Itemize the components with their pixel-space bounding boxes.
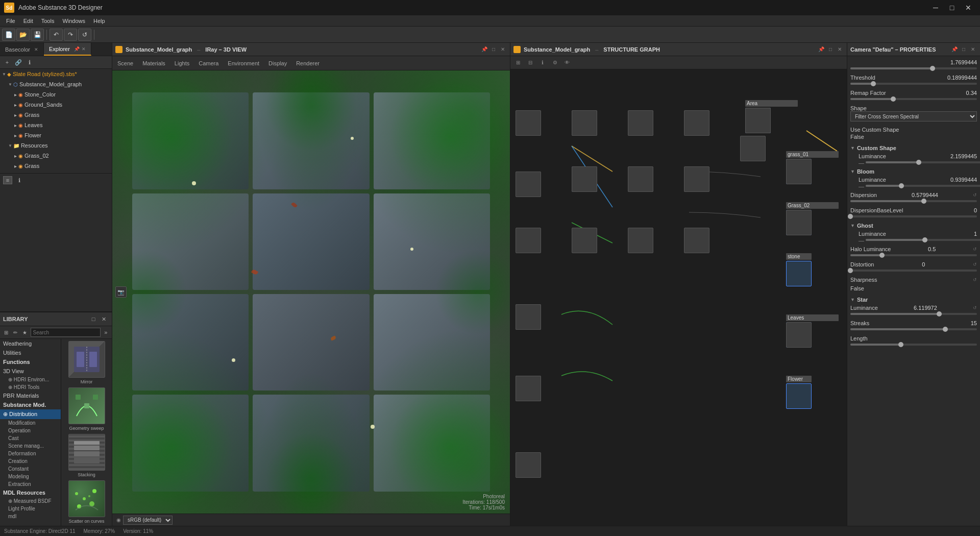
explorer-bottom-add[interactable]: ≡ [3, 176, 12, 184]
lib-cat-3dview[interactable]: 3D View [0, 367, 61, 376]
graph-viewport[interactable]: Area grass_01 [510, 69, 847, 526]
tree-item-leaves[interactable]: ▸ ◉ Leaves [0, 120, 112, 130]
disp-base-thumb[interactable] [848, 214, 853, 219]
mini-node-40[interactable] [684, 228, 709, 253]
menu-windows[interactable]: Windows [58, 17, 89, 25]
graph-tool-fit[interactable]: ⊞ [512, 58, 524, 68]
streaks-thumb[interactable] [943, 327, 948, 332]
close-button[interactable]: ✕ [961, 3, 976, 13]
view-renderer-btn[interactable]: Renderer [293, 59, 323, 67]
lib-item-scatter[interactable]: Scatter on curves [66, 480, 107, 524]
graph-tool-settings[interactable]: ⚙ [549, 58, 560, 68]
tab-explorer[interactable]: Explorer 📌 ✕ [44, 43, 91, 56]
streaks-track[interactable] [850, 328, 977, 330]
view-materials-btn[interactable]: Materials [139, 59, 168, 67]
lib-item-stacking[interactable]: Stacking [66, 434, 107, 477]
disp-base-track[interactable] [850, 215, 977, 217]
graph-tool-info[interactable]: ℹ [537, 58, 548, 68]
dispersion-track[interactable] [850, 200, 977, 202]
lib-cat-submod[interactable]: Substance Mod. [0, 400, 61, 409]
star-lum-track[interactable] [850, 313, 977, 315]
section-custom-shape[interactable]: ▼ Custom Shape [850, 145, 977, 151]
library-close-btn[interactable]: ✕ [99, 314, 109, 324]
lib-sub-deformation[interactable]: Deformation [0, 450, 61, 457]
new-button[interactable]: 📄 [2, 29, 15, 41]
lib-cat-weathering[interactable]: Weathering [0, 339, 61, 348]
leaves-main-node-2[interactable] [786, 322, 812, 348]
tree-item-graph[interactable]: ▼ ⬡ Substance_Model_graph [0, 79, 112, 89]
length-track[interactable] [850, 344, 977, 346]
mini-node-34[interactable] [684, 110, 709, 136]
mini-node-18[interactable] [572, 166, 597, 192]
lib-sub-modification[interactable]: Modification [0, 419, 61, 427]
lib-sub-light[interactable]: Light Profile [0, 505, 61, 513]
lib-cat-pbr[interactable]: PBR Materials [0, 391, 61, 400]
lib-cat-distribution[interactable]: ⊕ Distribution [0, 409, 61, 419]
graph-tool-grid[interactable]: ⊟ [525, 58, 536, 68]
tree-item-grass2[interactable]: ▸ ◉ Grass [0, 161, 112, 171]
tab-basecolor[interactable]: Basecolor ✕ [0, 43, 44, 56]
maximize-button[interactable]: □ [944, 3, 960, 13]
flower-n8[interactable] [516, 376, 541, 401]
halo-lum-thumb[interactable] [879, 253, 885, 258]
mini-node-20[interactable] [572, 228, 597, 253]
redo-button[interactable]: ↷ [64, 29, 77, 41]
minimize-button[interactable]: ─ [928, 3, 943, 13]
tree-item-resources[interactable]: ▼ 📁 Resources [0, 140, 112, 151]
mini-node-8[interactable] [516, 172, 541, 197]
lib-sub-measured[interactable]: ⊕ Measured BSDF [0, 497, 61, 505]
halo-lum-track[interactable] [850, 254, 977, 256]
star-lum-thumb[interactable] [937, 311, 942, 316]
view-env-btn[interactable]: Environment [225, 59, 262, 67]
lib-cat-mdl[interactable]: MDL Resources [0, 488, 61, 497]
shape-dropdown[interactable]: Filter Cross Screen Spectral [850, 111, 977, 121]
color-profile-select[interactable]: sRGB (default) Linear [123, 516, 173, 525]
library-expand-btn[interactable]: □ [88, 314, 99, 324]
menu-tools[interactable]: Tools [37, 17, 59, 25]
explorer-tab-close[interactable]: ✕ [82, 46, 86, 52]
explorer-link-btn[interactable]: 🔗 [13, 58, 23, 67]
lib-sub-hdri-env[interactable]: ⊕ HDRI Environ... [0, 376, 61, 383]
custom-lum-track[interactable]: — [866, 161, 980, 163]
menu-file[interactable]: File [2, 17, 19, 25]
distortion-track[interactable] [850, 270, 977, 272]
grass02-gnode-2[interactable] [786, 210, 812, 235]
refresh-button[interactable]: ↺ [78, 29, 91, 41]
lib-sub-scene[interactable]: Scene manag... [0, 442, 61, 450]
view-scene-btn[interactable]: Scene [114, 59, 136, 67]
halo-reset[interactable]: ↺ [973, 246, 977, 252]
lib-sub-extraction[interactable]: Extraction [0, 480, 61, 488]
explorer-add-btn[interactable]: + [2, 58, 12, 67]
right-n3[interactable] [740, 136, 766, 161]
distortion-thumb[interactable] [848, 268, 853, 273]
ghost-lum-track[interactable]: — [866, 239, 980, 241]
tree-item-grass[interactable]: ▸ ◉ Grass [0, 110, 112, 120]
star-lum-reset[interactable]: ↺ [973, 305, 977, 311]
length-thumb[interactable] [898, 342, 903, 347]
mini-node-4[interactable] [516, 110, 541, 136]
stone-gnode-1[interactable] [786, 261, 812, 286]
lib-tool-3[interactable]: ★ [21, 328, 29, 337]
view-display-btn[interactable]: Display [265, 59, 290, 67]
threshold-thumb[interactable] [871, 81, 876, 86]
ghost-lum-minus[interactable]: — [859, 237, 864, 243]
mini-node-14[interactable] [572, 110, 597, 136]
lib-item-geometry[interactable]: Geometry sweep [66, 387, 107, 431]
tree-item-stone-color[interactable]: ▸ ◉ Stone_Color [0, 89, 112, 100]
explorer-bottom-info[interactable]: ℹ [14, 176, 24, 185]
view-lights-btn[interactable]: Lights [172, 59, 192, 67]
section-star[interactable]: ▼ Star [850, 297, 977, 303]
view3d-pin[interactable]: 📌 [480, 45, 488, 54]
bloom-lum-track[interactable]: — [866, 185, 980, 187]
menu-help[interactable]: Help [89, 17, 109, 25]
pin-icon[interactable]: 📌 [74, 46, 80, 52]
lib-sub-hdri-tools[interactable]: ⊕ HDRI Tools [0, 383, 61, 391]
remap-thumb[interactable] [891, 96, 896, 102]
dispersion-thumb[interactable] [921, 199, 926, 204]
basecolor-tab-close[interactable]: ✕ [34, 47, 38, 52]
mini-node-24[interactable] [628, 110, 653, 136]
undo-button[interactable]: ↶ [50, 29, 63, 41]
lib-cat-functions[interactable]: Functions [0, 357, 61, 367]
props-close[interactable]: ✕ [969, 45, 977, 54]
bot-n4[interactable] [516, 452, 541, 478]
